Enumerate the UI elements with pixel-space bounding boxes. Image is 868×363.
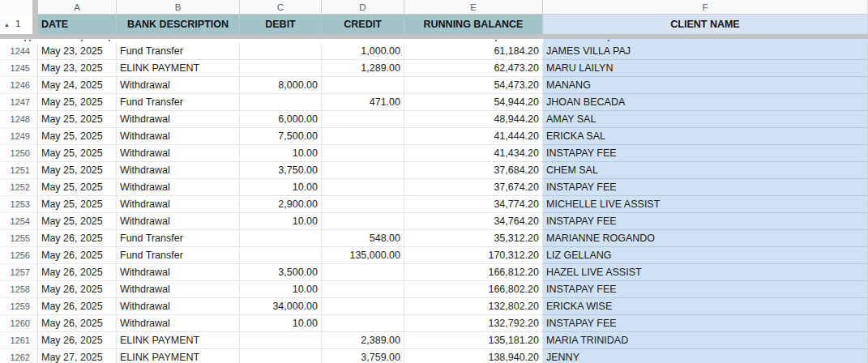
cell-bank-description[interactable]: Withdrawal [117,128,240,145]
cell-credit[interactable] [322,77,404,94]
cell-date[interactable]: May 25, 2025 [38,128,117,145]
header-cell-bank-description[interactable]: BANK DESCRIPTION [117,15,240,34]
cell-bank-description[interactable]: ELINK PAYMENT [117,60,240,77]
cell-bank-description[interactable]: Withdrawal [117,77,240,94]
row-number[interactable]: 1247 [0,94,38,111]
cell-client-name[interactable]: HAZEL LIVE ASSIST [543,264,868,281]
cell-credit[interactable] [322,162,404,179]
cell-running-balance[interactable]: 61,184.20 [404,43,543,60]
cell-bank-description[interactable]: Withdrawal [117,111,240,128]
cell-credit[interactable] [322,264,404,281]
cell-debit[interactable] [240,94,322,111]
cell-running-balance[interactable]: 132,802.20 [404,298,543,315]
cell-credit[interactable] [322,281,404,298]
row-number[interactable]: 1249 [0,128,38,145]
cell-debit[interactable] [240,349,322,363]
cell-debit[interactable]: 10.00 [240,213,322,230]
row-number[interactable]: 1250 [0,145,38,162]
cell-bank-description[interactable]: ELINK PAYMENT [117,349,240,363]
cell-client-name[interactable]: INSTAPAY FEE [543,213,868,230]
cell-credit[interactable]: 2,389.00 [322,332,404,349]
row-number[interactable]: 1244 [0,43,38,60]
cell-date[interactable]: May 24, 2025 [38,77,117,94]
cell-credit[interactable]: 1,000.00 [322,43,404,60]
cell-bank-description[interactable]: Withdrawal [117,179,240,196]
cell-running-balance[interactable]: 34,774.20 [404,196,543,213]
cell-debit[interactable] [240,60,322,77]
row-number[interactable]: 1260 [0,315,38,332]
cell-client-name[interactable]: MARU LAILYN [543,60,868,77]
cell-credit[interactable] [322,315,404,332]
cell-client-name[interactable]: CHEM SAL [543,162,868,179]
cell-date[interactable]: May 23, 2025 [38,60,117,77]
cell-date[interactable]: May 25, 2025 [38,145,117,162]
cell-credit[interactable]: 3,759.00 [322,349,404,363]
cell-client-name[interactable]: JENNY [543,349,868,363]
cell-client-name[interactable]: MICHELLE LIVE ASSIST [543,196,868,213]
cell-debit[interactable]: 7,500.00 [240,128,322,145]
cell-credit[interactable]: 471.00 [322,94,404,111]
cell-bank-description[interactable]: Withdrawal [117,213,240,230]
cell-running-balance[interactable]: 48,944.20 [404,111,543,128]
cell-debit[interactable]: 34,000.00 [240,298,322,315]
cell-client-name[interactable]: MANANG [543,77,868,94]
cell-bank-description[interactable]: Withdrawal [117,162,240,179]
cell-credit[interactable] [322,196,404,213]
cell-bank-description[interactable]: Withdrawal [117,298,240,315]
row-number[interactable]: 1255 [0,230,38,247]
header-cell-credit[interactable]: CREDIT [322,15,404,34]
cell-client-name[interactable]: JAMES VILLA PAJ [543,43,868,60]
row-number[interactable]: 1256 [0,247,38,264]
row-number[interactable]: 1258 [0,281,38,298]
cell-client-name[interactable]: INSTAPAY FEE [543,145,868,162]
column-header-f[interactable]: F [543,0,868,15]
cell-client-name[interactable]: LIZ GELLANG [543,247,868,264]
row-number[interactable]: 1262 [0,349,38,363]
cell-date[interactable]: May 25, 2025 [38,111,117,128]
cell-date[interactable]: May 26, 2025 [38,298,117,315]
cell-date[interactable]: May 25, 2025 [38,179,117,196]
cell-date[interactable]: May 26, 2025 [38,332,117,349]
row-number[interactable]: 1257 [0,264,38,281]
cell-running-balance[interactable]: 166,812.20 [404,264,543,281]
cell-running-balance[interactable]: 34,764.20 [404,213,543,230]
cell-running-balance[interactable]: 41,434.20 [404,145,543,162]
cell-running-balance[interactable]: 62,473.20 [404,60,543,77]
cell-running-balance[interactable]: 37,674.20 [404,179,543,196]
cell-client-name[interactable]: INSTAPAY FEE [543,315,868,332]
header-cell-date[interactable]: DATE [38,15,117,34]
cell-debit[interactable]: 3,500.00 [240,264,322,281]
cell-client-name[interactable]: AMAY SAL [543,111,868,128]
column-header-c[interactable]: C [240,0,322,15]
cell-debit[interactable] [240,43,322,60]
cell-client-name[interactable]: ERICKA SAL [543,128,868,145]
cell-debit[interactable]: 10.00 [240,145,322,162]
cell-debit[interactable]: 3,750.00 [240,162,322,179]
row-number[interactable]: 1251 [0,162,38,179]
cell-date[interactable]: May 26, 2025 [38,315,117,332]
cell-debit[interactable]: 10.00 [240,179,322,196]
row-number[interactable]: 1248 [0,111,38,128]
cell-debit[interactable] [240,332,322,349]
cell-bank-description[interactable]: Withdrawal [117,315,240,332]
cell-running-balance[interactable]: 41,444.20 [404,128,543,145]
cell-date[interactable]: May 25, 2025 [38,94,117,111]
row-number[interactable]: 1253 [0,196,38,213]
cell-bank-description[interactable]: Fund Transfer [117,247,240,264]
cell-credit[interactable] [322,179,404,196]
cell-debit[interactable]: 6,000.00 [240,111,322,128]
cell-date[interactable]: May 26, 2025 [38,230,117,247]
cell-bank-description[interactable]: Withdrawal [117,145,240,162]
cell-client-name[interactable]: MARIANNE ROGANDO [543,230,868,247]
cell-running-balance[interactable]: 37,684.20 [404,162,543,179]
cell-date[interactable]: May 25, 2025 [38,162,117,179]
cell-client-name[interactable]: MARIA TRINIDAD [543,332,868,349]
cell-bank-description[interactable]: Withdrawal [117,281,240,298]
column-header-d[interactable]: D [322,0,404,15]
cell-debit[interactable]: 2,900.00 [240,196,322,213]
cell-bank-description[interactable]: Withdrawal [117,264,240,281]
cell-debit[interactable] [240,247,322,264]
cell-credit[interactable] [322,128,404,145]
column-header-b[interactable]: B [117,0,240,15]
cell-credit[interactable] [322,145,404,162]
